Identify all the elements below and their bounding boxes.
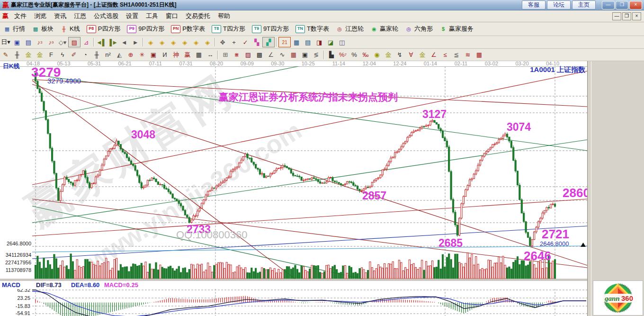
marker-v-icon[interactable]: ◈: [190, 37, 202, 47]
ladder-icon[interactable]: ▙: [326, 50, 337, 60]
menu-设置[interactable]: 设置: [122, 12, 142, 20]
child-close-button[interactable]: ×: [632, 12, 641, 20]
chart-panel[interactable]: 赢家财富网www.yingjia360.com04-1805-1305-3106…: [0, 61, 587, 316]
frame-icon[interactable]: ⊞: [220, 50, 231, 60]
computer-icon[interactable]: ◫: [336, 37, 348, 47]
grid-a-icon[interactable]: ▦: [288, 50, 299, 60]
menu-帮助[interactable]: 帮助: [214, 12, 234, 20]
menu-窗口[interactable]: 窗口: [162, 12, 182, 20]
ruler2-icon[interactable]: ╫: [91, 50, 102, 60]
info-icon[interactable]: ▤: [23, 37, 34, 47]
gold2-icon[interactable]: 金: [34, 50, 45, 60]
toolbar-button-9p-square[interactable]: P99P四方形: [124, 24, 168, 34]
grid-b-icon[interactable]: ▣: [299, 50, 311, 60]
box-net-icon[interactable]: ▣: [148, 50, 159, 60]
panel-divider[interactable]: [588, 61, 591, 316]
shen-icon[interactable]: 神: [170, 50, 182, 60]
gold1-icon[interactable]: 金: [23, 50, 34, 60]
menu-公式选股[interactable]: 公式选股: [90, 12, 122, 20]
check-icon[interactable]: ✓: [240, 37, 251, 47]
last-icon[interactable]: ▐►: [107, 37, 118, 47]
grid123-icon[interactable]: ▦: [193, 50, 205, 60]
target-icon[interactable]: ⊕: [125, 50, 136, 60]
spiral-icon[interactable]: ϟ: [57, 50, 68, 60]
toolbar-button-p-table[interactable]: PNP数字表: [168, 24, 208, 34]
e-lines-icon[interactable]: ≦: [451, 50, 462, 60]
calculator-icon[interactable]: ▦: [291, 37, 302, 47]
ying-icon[interactable]: 赢: [182, 50, 193, 60]
last-tool-icon[interactable]: ▦: [474, 50, 485, 60]
menu-江恩[interactable]: 江恩: [70, 12, 90, 20]
f-ruler-icon[interactable]: F: [45, 50, 57, 60]
angle-lines-icon[interactable]: ∠: [265, 50, 277, 60]
toolbar-button-sectors[interactable]: ▩板块: [28, 24, 57, 34]
main-chart[interactable]: 赢家财富网www.yingjia360.com04-1805-1305-3106…: [0, 61, 587, 316]
j-angle-icon[interactable]: ∠: [428, 50, 439, 60]
child-restore-button[interactable]: ❐: [622, 12, 631, 20]
titlebar-button-service[interactable]: 客服: [522, 0, 546, 9]
toolbar-button-t-table[interactable]: TNT数字表: [292, 24, 332, 34]
marker-h-icon[interactable]: ◈: [168, 37, 179, 47]
ruler-icon[interactable]: ╫: [11, 50, 23, 60]
gold-eq-icon[interactable]: 金: [383, 50, 394, 60]
web-icon[interactable]: ◪: [325, 37, 336, 47]
wave-n-icon[interactable]: И: [159, 50, 170, 60]
menu-文件[interactable]: 文件: [10, 12, 30, 20]
cross-icon[interactable]: +: [228, 37, 240, 47]
pin-dropdown-icon[interactable]: ◇▾: [57, 37, 68, 47]
toolbar-button-p-square[interactable]: P8P四方形: [83, 24, 124, 34]
region-icon[interactable]: ▣: [11, 37, 23, 47]
pencil-icon[interactable]: ✎: [0, 50, 11, 60]
hand-icon[interactable]: ✥: [217, 37, 228, 47]
report-icon[interactable]: ▤: [302, 37, 313, 47]
highlight-icon[interactable]: ▨: [68, 37, 80, 47]
macd-indicator-label[interactable]: MACD: [2, 281, 20, 289]
first-icon[interactable]: ◄▌: [96, 37, 107, 47]
marker-x-icon[interactable]: ◈: [179, 37, 190, 47]
child-minimize-button[interactable]: —: [612, 12, 621, 20]
f-lines-icon[interactable]: ≤: [439, 50, 451, 60]
restore-button[interactable]: ❐: [616, 1, 628, 9]
slants-icon[interactable]: ≶: [311, 50, 322, 60]
close-button[interactable]: ×: [629, 1, 642, 9]
menu-浏览[interactable]: 浏览: [30, 12, 50, 20]
titlebar-button-forum[interactable]: 论坛: [547, 0, 571, 9]
brush-icon[interactable]: ✐: [68, 50, 80, 60]
toolbar-button-kline[interactable]: ╫K线: [57, 24, 83, 34]
toolbar-button-winner-wheel[interactable]: ◉赢家轮: [367, 24, 402, 34]
puzzle-icon[interactable]: ▞: [262, 37, 275, 47]
flag-icon[interactable]: ⊿: [80, 37, 92, 47]
angle-tool-icon[interactable]: ◭: [114, 50, 125, 60]
toolbar-button-gann-wheel[interactable]: ◎江恩轮: [332, 24, 367, 34]
shade-box-icon[interactable]: ▨: [242, 50, 254, 60]
marker-right-icon[interactable]: ◈: [156, 37, 168, 47]
gold-bars-icon[interactable]: 金: [417, 50, 428, 60]
marker-all-icon[interactable]: ◈: [202, 37, 213, 47]
bolt-icon[interactable]: ↯: [394, 50, 405, 60]
toolbar-button-t-square[interactable]: T8T四方形: [208, 24, 249, 34]
dark-box-icon[interactable]: ▩: [254, 50, 265, 60]
clock-circle-icon[interactable]: ◔: [80, 50, 91, 60]
titlebar-button-home[interactable]: 主页: [572, 0, 596, 9]
gold-circle-icon[interactable]: ◉: [371, 50, 383, 60]
zigzag-icon[interactable]: ∿: [277, 50, 288, 60]
rays-icon[interactable]: ⋇: [231, 50, 242, 60]
permille-icon[interactable]: ‰: [360, 50, 371, 60]
menu-交易委托[interactable]: 交易委托: [182, 12, 214, 20]
note3-icon[interactable]: ♪3: [34, 37, 45, 47]
menu-工具[interactable]: 工具: [142, 12, 162, 20]
width-icon[interactable]: ↔: [205, 50, 216, 60]
period-dropdown-icon[interactable]: 日▾: [0, 37, 11, 47]
save-icon[interactable]: ◨: [313, 37, 325, 47]
fan-lines-icon[interactable]: ≋: [462, 50, 474, 60]
n2-icon[interactable]: n²: [102, 50, 114, 60]
next-icon[interactable]: ►: [130, 37, 141, 47]
toolbar-button-hexagon[interactable]: ◎六角形: [402, 24, 436, 34]
note9-icon[interactable]: ♪9: [45, 37, 57, 47]
star-grid-icon[interactable]: ✳: [136, 50, 148, 60]
shirt-icon[interactable]: ▚: [251, 37, 262, 47]
minimize-button[interactable]: —: [602, 1, 615, 9]
toolbar-button-winner-service[interactable]: $赢家服务: [436, 24, 477, 34]
menu-资讯[interactable]: 资讯: [50, 12, 70, 20]
prev-icon[interactable]: ◄: [118, 37, 130, 47]
